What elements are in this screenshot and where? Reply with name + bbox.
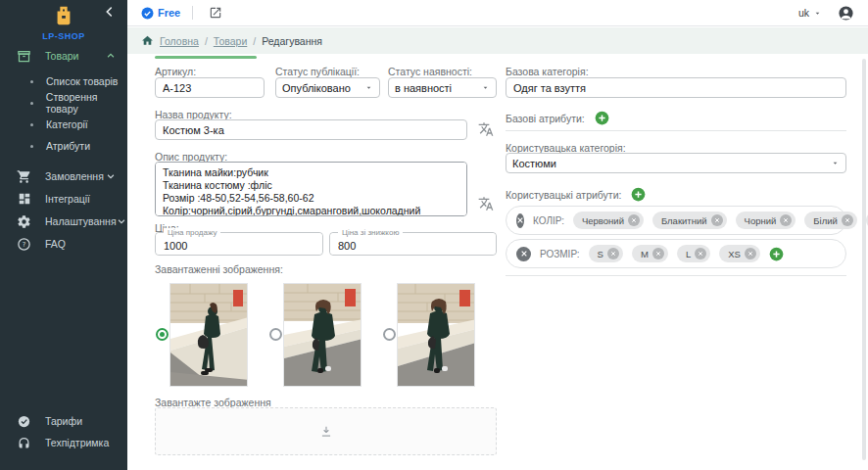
bullet-icon: [30, 80, 33, 83]
chip-remove-button[interactable]: [711, 214, 723, 226]
publish-status-label: Статус публікації:: [275, 66, 360, 77]
scrollbar[interactable]: [862, 59, 866, 460]
attribute-chip: Білий: [804, 212, 857, 229]
add-base-attribute-button[interactable]: [595, 111, 609, 125]
attribute-chip: Блакитний: [652, 212, 727, 229]
plan-badge[interactable]: Free: [141, 7, 180, 20]
sidebar-item-label: Тарифи: [45, 415, 82, 427]
grid-icon: [17, 192, 31, 207]
sidebar-item-faq[interactable]: ? FAQ: [0, 233, 127, 255]
publish-status-value: Опубліковано: [282, 82, 351, 94]
sidebar-item-label: Створення товару: [46, 91, 127, 115]
chevron-down-icon: [117, 216, 126, 226]
base-attributes-row: Базові атрибути:: [506, 111, 609, 125]
sidebar-item-support[interactable]: Техпідтримка: [0, 432, 127, 453]
sku-input[interactable]: [155, 77, 265, 98]
remove-attribute-row-button[interactable]: [516, 247, 531, 261]
translate-description-button[interactable]: [475, 193, 497, 214]
description-textarea[interactable]: Тканина майки:рубчик Тканина костюму :фл…: [155, 162, 467, 216]
product-photo-2[interactable]: [283, 283, 362, 387]
caret-down-icon: [481, 83, 490, 92]
sale-price-field: Ціна продажу: [155, 232, 323, 256]
chip-remove-button[interactable]: [652, 248, 664, 259]
check-badge-icon: [17, 414, 31, 429]
attribute-chip: XS: [719, 245, 760, 262]
sidebar-item-tariffs[interactable]: Тарифи: [0, 410, 127, 432]
attribute-chip: M: [632, 245, 668, 262]
account-icon: [838, 5, 854, 22]
bullet-icon: [30, 145, 33, 148]
open-storefront-button[interactable]: [205, 2, 226, 24]
product-name-input[interactable]: [155, 119, 467, 140]
chip-remove-button[interactable]: [695, 248, 706, 259]
sidebar-item-categories[interactable]: Категорії: [0, 115, 127, 134]
edit-product-form: Артикул: Статус публікації: Опубліковано…: [127, 54, 868, 470]
sidebar-item-label: Атрибути: [46, 140, 90, 152]
attribute-chip: S: [589, 245, 623, 262]
chip-remove-button[interactable]: [607, 248, 619, 259]
discount-price-field: Ціна зі знижкою: [329, 232, 497, 256]
brand-name: LP-SHOP: [0, 31, 127, 41]
add-user-attribute-button[interactable]: [631, 187, 646, 202]
sidebar-item-integrations[interactable]: Інтеграції: [0, 188, 127, 210]
translate-icon: [478, 121, 494, 137]
main-image-radio-3[interactable]: [383, 328, 396, 341]
breadcrumb-separator: /: [205, 35, 208, 47]
sidebar-item-label: Техпідтримка: [45, 437, 109, 448]
base-category-input[interactable]: [506, 77, 846, 98]
breadcrumb-separator: /: [253, 35, 256, 47]
svg-text:?: ?: [23, 241, 26, 249]
topbar: Free uk: [127, 0, 868, 26]
chip-label: L: [686, 249, 691, 259]
sidebar-item-attributes[interactable]: Атрибути: [0, 136, 127, 156]
add-value-button[interactable]: [769, 247, 784, 261]
caret-down-icon: [813, 9, 822, 18]
sidebar-item-create-product[interactable]: Створення товару: [0, 93, 127, 113]
attribute-chip: L: [677, 245, 710, 262]
chip-remove-button[interactable]: [745, 248, 756, 259]
main-image-radio-2[interactable]: [269, 328, 282, 341]
product-photo-1[interactable]: [169, 283, 248, 387]
breadcrumb-link-products[interactable]: Товари: [214, 35, 247, 47]
product-photo-3[interactable]: [397, 283, 475, 387]
help-icon: ?: [17, 237, 31, 252]
remove-attribute-row-button[interactable]: [516, 213, 524, 228]
attribute-chip: Чорний: [736, 212, 796, 229]
attribute-name: КОЛІР:: [533, 215, 564, 226]
plan-label: Free: [158, 7, 180, 19]
language-select[interactable]: uk: [798, 7, 822, 19]
chip-label: XS: [728, 249, 741, 259]
account-button[interactable]: [838, 5, 854, 22]
chip-remove-button[interactable]: [628, 214, 640, 226]
section-divider: [506, 130, 846, 131]
sidebar-item-products[interactable]: Товари: [0, 45, 127, 67]
stock-status-select[interactable]: в наявності: [388, 77, 497, 98]
sidebar-item-settings[interactable]: Налаштування: [0, 211, 127, 232]
translate-icon: [478, 196, 494, 212]
attribute-name: РОЗМІР:: [540, 249, 580, 259]
chip-label: Червоний: [582, 215, 624, 226]
sale-price-label: Ціна продажу: [164, 228, 220, 237]
translate-name-button[interactable]: [475, 118, 497, 140]
sidebar-item-product-list[interactable]: Список товарів: [0, 71, 127, 91]
stock-status-value: в наявності: [395, 82, 452, 94]
breadcrumb-link-home[interactable]: Головна: [160, 35, 199, 47]
uploaded-images-label: Завантаженні зображення:: [155, 263, 283, 275]
main-image-radio-1[interactable]: [156, 328, 169, 341]
home-icon[interactable]: [141, 34, 154, 47]
base-attributes-label: Базові атрибути:: [506, 113, 585, 124]
cart-icon: [17, 169, 31, 184]
chevron-down-icon: [106, 171, 116, 181]
headset-icon: [17, 436, 31, 450]
publish-status-select[interactable]: Опубліковано: [275, 77, 380, 98]
user-category-select[interactable]: Костюми: [506, 153, 846, 173]
sidebar-item-orders[interactable]: Замовлення: [0, 165, 127, 187]
chip-remove-button[interactable]: [780, 214, 792, 226]
chip-remove-button[interactable]: [842, 214, 853, 226]
base-category-label: Базова категорія:: [506, 66, 589, 77]
active-tab-indicator: [155, 56, 257, 59]
external-link-icon: [209, 6, 222, 20]
upload-dropzone[interactable]: [155, 407, 497, 455]
logo[interactable]: LP-SHOP: [0, 5, 127, 41]
sidebar-item-label: Інтеграції: [45, 193, 90, 205]
